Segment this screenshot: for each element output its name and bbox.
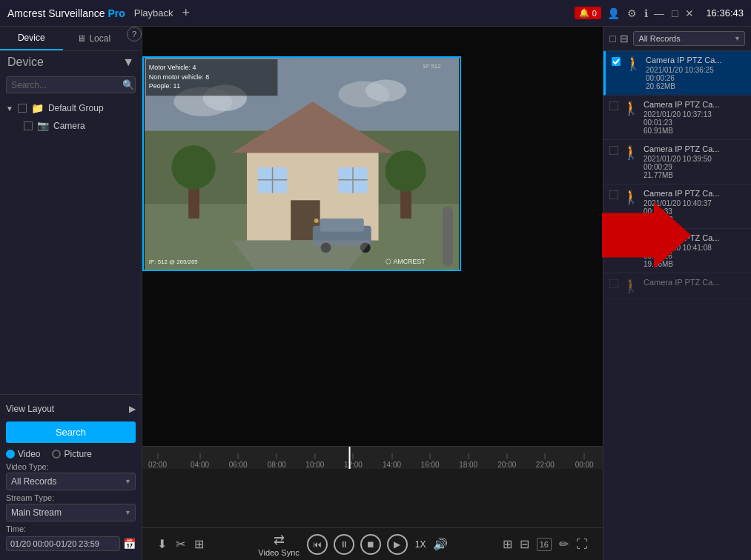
device-section-label: Device ▼ [0,51,142,73]
svg-text:People: 11: People: 11 [149,82,180,90]
edit-icon[interactable]: ✏ [559,537,569,551]
stream-type-select-wrapper: Main Stream Sub Stream [6,504,136,521]
notification-button[interactable]: 🔔 0 [575,7,601,19]
records-dropdown[interactable]: All Records Motion Alarm [633,31,745,46]
search-bar[interactable]: 🔍 [6,76,136,93]
window-controls: — □ ✕ [654,7,694,19]
group-name: Default Group [48,103,104,113]
media-type-radio: Video Picture [6,449,136,459]
video-container: Motor Vehicle: 4 Non motor vehicle: 8 Pe… [142,56,461,271]
bottom-controls: ⬇ ✂ ⊞ ⇄ Video Sync ⏮ ⏸ ⏹ ▶ 1X 🔊 ⊞ [142,527,603,560]
fullscreen-icon[interactable]: ⛶ [576,538,588,551]
timeline-tick-1600: 16:00 [421,453,440,469]
radio-picture[interactable]: Picture [52,449,91,459]
walk-icon-0: 🚶 [625,56,641,72]
close-button[interactable]: ✕ [685,7,694,19]
radio-video[interactable]: Video [6,449,40,459]
info-icon[interactable]: ℹ [644,7,648,19]
record-checkbox-2[interactable] [609,146,618,157]
tree-group-default[interactable]: ▼ 📁 Default Group [0,99,142,117]
record-item-0[interactable]: 🚶 Camera IP PTZ Ca... 2021/01/20 10:36:2… [603,51,751,96]
search-input[interactable] [11,80,122,90]
collapse-icon[interactable]: ⊟ [620,33,629,44]
right-panel-header: □ ⊟ All Records Motion Alarm [603,27,751,51]
device-arrow-icon[interactable]: ▼ [122,56,134,69]
svg-text:1P 512: 1P 512 [423,63,441,70]
time-range-group: Time: 01/20 00:00-01/20 23:59 📅 [6,524,136,551]
record-info-2: Camera IP PTZ Ca... 2021/01/20 10:39:50 … [644,144,745,179]
records-dropdown-wrapper: All Records Motion Alarm [633,31,745,46]
search-icon[interactable]: 🔍 [122,79,134,90]
record-checkbox-1[interactable] [609,101,618,113]
sidebar-bottom: View Layout ▶ Search Video Picture Video… [0,394,142,560]
scissors-icon[interactable]: ✂ [176,537,185,551]
controls-right: ⊞ ⊟ 16 ✏ ⛶ [503,537,588,551]
grid-1-icon[interactable]: ⊞ [503,537,512,551]
play-forward-button[interactable]: ▶ [387,534,408,555]
add-tab-button[interactable]: + [182,5,190,21]
view-layout-arrow-icon: ▶ [129,404,136,414]
user-icon[interactable]: 👤 [607,7,620,19]
timeline-track[interactable] [142,469,603,527]
calendar-icon[interactable]: 📅 [123,538,136,550]
record-info-0: Camera IP PTZ Ca... 2021/01/20 10:36:25 … [646,56,745,90]
record-checkbox-3[interactable] [609,190,618,201]
svg-rect-35 [609,101,618,110]
pause-button[interactable]: ⏸ [334,534,354,555]
video-scrollbar-handle[interactable] [443,207,453,266]
controls-left: ⬇ ✂ ⊞ [157,537,204,551]
download-icon[interactable]: ⬇ [157,537,167,551]
clock-display: 16:36:43 [706,7,744,19]
camera-name: Camera [53,121,85,131]
record-info-1: Camera IP PTZ Ca... 2021/01/20 10:37:13 … [644,100,745,135]
record-item-2[interactable]: 🚶 Camera IP PTZ Ca... 2021/01/20 10:39:5… [603,140,751,184]
timeline-cursor[interactable]: 2021-01-20 10:54:34 [312,447,387,469]
maximize-button[interactable]: □ [672,7,678,19]
help-icon[interactable]: ? [127,27,142,41]
sync-settings-icon[interactable]: ⇄ [274,532,285,548]
tree-item-camera[interactable]: 📷 Camera [0,117,142,134]
grid-2-icon[interactable]: ⊟ [520,537,529,551]
timeline-cursor-line [348,447,350,469]
record-checkbox-5[interactable] [609,279,618,290]
record-checkbox-0[interactable] [612,57,621,68]
volume-icon[interactable]: 🔊 [433,537,448,551]
camera-icon: 📷 [37,120,49,131]
video-frame: Motor Vehicle: 4 Non motor vehicle: 8 Pe… [144,58,460,270]
monitor-icon: 🖥 [77,33,86,44]
folder-icon: 📁 [31,102,44,114]
expand-icon[interactable]: □ [609,33,615,44]
timeline-tick-1800: 18:00 [459,453,477,469]
video-type-select[interactable]: All Records Motion Detection Alarm Manua… [6,473,136,490]
svg-point-20 [385,150,426,191]
layout-icon[interactable]: ⊞ [194,537,204,551]
view-layout-row[interactable]: View Layout ▶ [6,401,136,417]
tab-device[interactable]: Device [0,27,63,50]
record-item-1[interactable]: 🚶 Camera IP PTZ Ca... 2021/01/20 10:37:1… [603,96,751,140]
tab-local[interactable]: 🖥 Local [63,27,126,50]
walk-icon-5: 🚶 [623,278,639,294]
record-name-2: Camera IP PTZ Ca... [644,144,745,153]
walk-icon-2: 🚶 [623,144,639,161]
controls-center: ⇄ Video Sync ⏮ ⏸ ⏹ ▶ 1X 🔊 [258,532,448,557]
rewind-button[interactable]: ⏮ [307,534,328,555]
view-layout-label: View Layout [6,404,54,414]
center-area: Motor Vehicle: 4 Non motor vehicle: 8 Pe… [142,27,603,560]
title-icons: 👤 ⚙ ℹ [607,7,648,19]
num16-icon[interactable]: 16 [537,538,552,551]
record-size-1: 60.91MB [644,127,745,135]
record-item-5[interactable]: 🚶 Camera IP PTZ Ca... [603,273,751,299]
search-button[interactable]: Search [6,421,136,443]
app-pro-label: Pro [107,7,125,19]
settings-icon[interactable]: ⚙ [627,7,637,19]
svg-rect-36 [609,146,618,155]
sidebar: Device 🖥 Local ? Device ▼ 🔍 ▼ 📁 Default [0,27,142,560]
group-checkbox[interactable] [18,104,27,113]
timeline-ruler[interactable]: 02:00 04:00 06:00 08:00 10:00 12:00 14:0… [142,447,603,469]
timeline-tick-0600: 06:00 [229,453,248,469]
stream-type-select[interactable]: Main Stream Sub Stream [6,504,136,521]
playback-tab[interactable]: Playback [134,7,173,19]
camera-checkbox[interactable] [24,121,33,130]
stop-button[interactable]: ⏹ [360,534,381,555]
minimize-button[interactable]: — [654,7,664,19]
